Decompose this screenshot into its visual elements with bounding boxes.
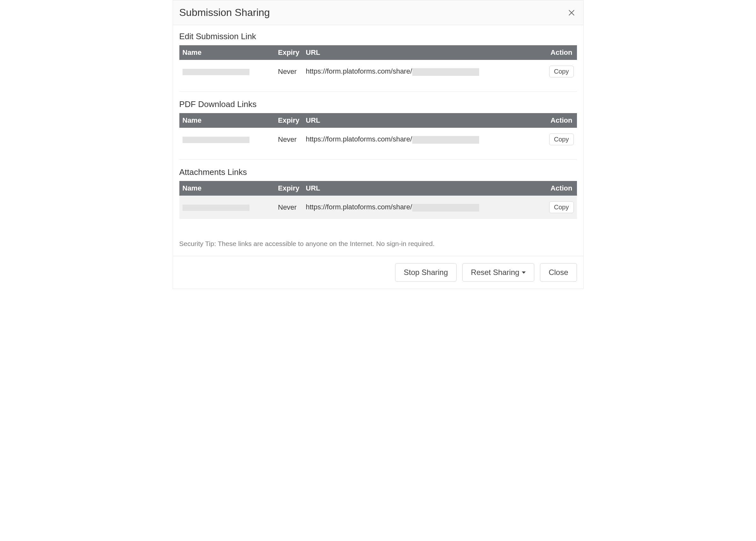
- section-divider: [180, 91, 577, 92]
- th-action: Action: [545, 113, 577, 128]
- table-row: Never https://form.platoforms.com/share/…: [180, 128, 577, 151]
- copy-button[interactable]: Copy: [549, 66, 574, 77]
- reset-sharing-label: Reset Sharing: [471, 268, 519, 277]
- cell-name: [180, 60, 275, 83]
- edit-submission-title: Edit Submission Link: [180, 32, 577, 41]
- pdf-download-title: PDF Download Links: [180, 99, 577, 109]
- th-name: Name: [180, 45, 275, 60]
- url-prefix: https://form.platoforms.com/share/: [306, 135, 412, 143]
- close-icon[interactable]: [566, 7, 577, 18]
- modal-body: Edit Submission Link Name Expiry URL Act…: [173, 25, 583, 256]
- url-prefix: https://form.platoforms.com/share/: [306, 67, 412, 75]
- modal-title: Submission Sharing: [180, 7, 270, 18]
- name-redacted: [183, 137, 249, 143]
- th-name: Name: [180, 113, 275, 128]
- th-action: Action: [545, 181, 577, 196]
- name-redacted: [183, 69, 249, 75]
- th-name: Name: [180, 181, 275, 196]
- pdf-download-table: Name Expiry URL Action Never https://for…: [180, 113, 577, 151]
- th-url: URL: [303, 113, 545, 128]
- attachments-title: Attachments Links: [180, 167, 577, 177]
- attachments-table: Name Expiry URL Action Never https://for…: [180, 181, 577, 219]
- th-url: URL: [303, 45, 545, 60]
- table-row: Never https://form.platoforms.com/share/…: [180, 60, 577, 83]
- edit-submission-section: Edit Submission Link Name Expiry URL Act…: [180, 32, 577, 83]
- reset-sharing-button[interactable]: Reset Sharing: [462, 263, 534, 281]
- security-tip: Security Tip: These links are accessible…: [180, 227, 577, 253]
- cell-expiry: Never: [275, 128, 303, 151]
- cell-action: Copy: [545, 128, 577, 151]
- copy-button[interactable]: Copy: [549, 134, 574, 145]
- cell-url: https://form.platoforms.com/share/: [303, 196, 545, 219]
- stop-sharing-button[interactable]: Stop Sharing: [395, 263, 457, 281]
- cell-name: [180, 196, 275, 219]
- th-action: Action: [545, 45, 577, 60]
- url-redacted: [412, 136, 479, 144]
- th-expiry: Expiry: [275, 45, 303, 60]
- cell-url: https://form.platoforms.com/share/: [303, 128, 545, 151]
- th-expiry: Expiry: [275, 181, 303, 196]
- chevron-down-icon: [522, 271, 526, 274]
- section-divider: [180, 159, 577, 160]
- url-prefix: https://form.platoforms.com/share/: [306, 203, 412, 211]
- cell-expiry: Never: [275, 196, 303, 219]
- url-redacted: [412, 204, 479, 212]
- th-expiry: Expiry: [275, 113, 303, 128]
- cell-url: https://form.platoforms.com/share/: [303, 60, 545, 83]
- cell-name: [180, 128, 275, 151]
- cell-action: Copy: [545, 60, 577, 83]
- close-button[interactable]: Close: [540, 263, 576, 281]
- attachments-section: Attachments Links Name Expiry URL Action…: [180, 167, 577, 219]
- pdf-download-section: PDF Download Links Name Expiry URL Actio…: [180, 99, 577, 151]
- modal-header: Submission Sharing: [173, 0, 583, 25]
- modal-footer: Stop Sharing Reset Sharing Close: [173, 256, 583, 289]
- th-url: URL: [303, 181, 545, 196]
- copy-button[interactable]: Copy: [549, 201, 574, 213]
- cell-expiry: Never: [275, 60, 303, 83]
- submission-sharing-modal: Submission Sharing Edit Submission Link …: [173, 0, 583, 289]
- edit-submission-table: Name Expiry URL Action Never https://for…: [180, 45, 577, 83]
- cell-action: Copy: [545, 196, 577, 219]
- name-redacted: [183, 205, 249, 211]
- url-redacted: [412, 68, 479, 76]
- table-row: Never https://form.platoforms.com/share/…: [180, 196, 577, 219]
